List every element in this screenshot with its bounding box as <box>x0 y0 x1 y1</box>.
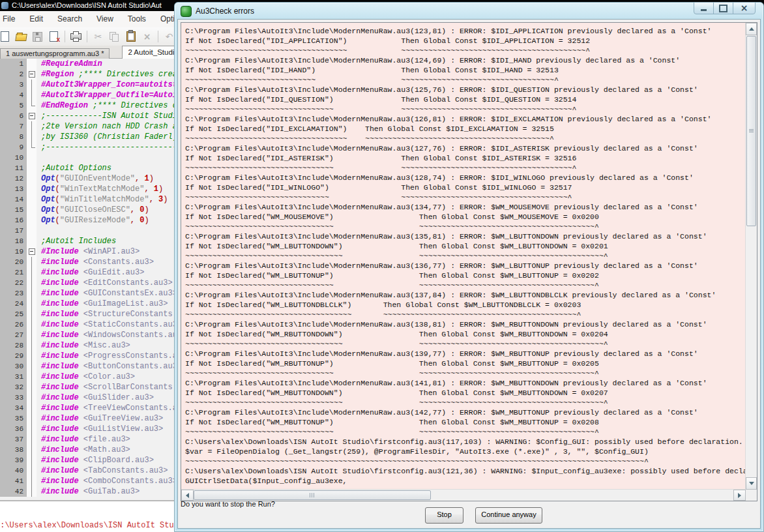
code-text: #include <GUIConstantsEx.au3> <box>37 288 177 299</box>
horizontal-scrollbar[interactable] <box>181 489 746 501</box>
copy-icon <box>109 31 120 42</box>
fold-margin <box>27 236 37 246</box>
fold-margin <box>27 434 37 445</box>
error-output-box[interactable]: C:\Program Files\AutoIt3\Include\ModernM… <box>181 22 757 501</box>
open-file-button[interactable] <box>13 29 29 44</box>
stop-button[interactable]: Stop <box>425 507 463 524</box>
scrollbar-grip <box>309 493 315 497</box>
fold-margin <box>27 319 37 330</box>
au3check-dialog: Au3Check errors × C:\Program Files\AutoI… <box>174 2 764 532</box>
code-text: Opt("WinTitleMatchMode", 3) <box>37 194 168 205</box>
continue-anyway-button[interactable]: Continue anyway <box>475 507 542 524</box>
close-button[interactable]: × <box>733 2 756 14</box>
dialog-title-text: Au3Check errors <box>196 7 254 16</box>
dialog-titlebar[interactable]: Au3Check errors <box>181 5 254 18</box>
menu-file[interactable]: File <box>0 11 22 27</box>
menu-view[interactable]: View <box>89 11 121 27</box>
fold-margin <box>27 351 37 361</box>
error-line: C:\Program Files\AutoIt3\Include\ModernM… <box>185 55 745 65</box>
open-file-icon <box>16 31 27 42</box>
code-text: #RequireAdmin <box>37 59 102 69</box>
line-number: 29 <box>0 351 27 361</box>
code-text: Opt("WinTextMatchMode", 1) <box>37 184 163 194</box>
error-line: ~~~~~~~~~~~~~~~~~~~~~~~~~~~~~~~~~ ~~~~~~… <box>185 222 745 231</box>
fold-collapse-icon[interactable] <box>27 111 37 121</box>
paste-button[interactable] <box>123 29 139 44</box>
fold-margin <box>27 403 37 413</box>
line-number: 35 <box>0 413 27 424</box>
code-text: ;Autoit Options <box>37 163 111 173</box>
line-number: 36 <box>0 424 27 434</box>
line-number: 22 <box>0 278 27 288</box>
tab-1[interactable]: 1 auswertungsprogramm.au3 * <box>0 48 110 59</box>
save-button <box>29 29 46 44</box>
code-text: #include <ButtonConstants.au3> <box>37 361 182 372</box>
scroll-right-button[interactable] <box>733 490 746 501</box>
fold-margin <box>27 194 37 205</box>
error-line: ~~~~~~~~~~~~~~~~~~~~~~~~~~~~~~~~~~~ ~~~~… <box>185 339 745 349</box>
close-file-button[interactable]: x <box>46 29 62 44</box>
menu-edit[interactable]: Edit <box>22 11 50 27</box>
copy-button <box>106 29 123 44</box>
code-text: ;by ISI360 (Christian Faderl) <box>37 132 177 142</box>
fold-margin <box>27 392 37 403</box>
new-file-button[interactable] <box>0 29 13 44</box>
horizontal-scrollbar-thumb[interactable] <box>194 490 431 500</box>
toolbar-separator <box>87 31 87 42</box>
code-text: #include <ProgressConstants.au3> <box>37 351 191 361</box>
print-button[interactable] <box>68 29 84 44</box>
delete-button: × <box>139 29 155 44</box>
code-text <box>37 153 41 163</box>
maximize-icon <box>719 5 727 12</box>
cut-icon: ✂ <box>93 31 104 42</box>
fold-margin <box>27 382 37 392</box>
fold-collapse-icon[interactable] <box>27 246 37 257</box>
line-number: 7 <box>0 121 27 132</box>
fold-margin <box>27 173 37 184</box>
line-number: 10 <box>0 153 27 163</box>
line-number: 13 <box>0 184 27 194</box>
fold-margin <box>27 372 37 382</box>
line-number: 19 <box>0 246 27 257</box>
fold-margin <box>27 132 37 142</box>
line-number: 28 <box>0 340 27 351</box>
error-line: C:\Program Files\AutoIt3\Include\ModernM… <box>185 202 745 212</box>
line-number: 25 <box>0 309 27 319</box>
maximize-button[interactable] <box>713 2 733 14</box>
minimize-button[interactable] <box>694 2 714 14</box>
window-controls: × <box>694 2 756 14</box>
error-line: C:\Users\alex\Downloads\ISN AutoIt Studi… <box>185 466 745 476</box>
line-number: 5 <box>0 100 27 111</box>
editor-title-text: C:\Users\alex\Downloads\ISN AutoIt Studi… <box>12 0 162 11</box>
vertical-scrollbar[interactable] <box>745 23 757 490</box>
code-text: #include <TreeViewConstants.au3> <box>37 403 191 413</box>
error-line: If Not IsDeclared("IDI_ASTERISK") Then G… <box>185 153 745 163</box>
scroll-down-button[interactable] <box>746 477 757 490</box>
print-icon <box>70 31 81 42</box>
dialog-client-area: C:\Program Files\AutoIt3\Include\ModernM… <box>177 19 761 529</box>
fold-collapse-icon[interactable] <box>27 69 37 80</box>
line-number: 12 <box>0 173 27 184</box>
scroll-up-button[interactable] <box>746 23 757 35</box>
error-line: C:\Program Files\AutoIt3\Include\ModernM… <box>185 173 745 183</box>
code-text: #include <ClipBoard.au3> <box>37 455 154 466</box>
line-number: 32 <box>0 382 27 392</box>
scroll-left-button[interactable] <box>181 490 194 501</box>
code-text: #include <Color.au3> <box>37 372 135 382</box>
error-line: If Not IsDeclared("WM_LBUTTONUP") Then G… <box>185 271 745 280</box>
error-line: C:\Program Files\AutoIt3\Include\ModernM… <box>185 407 745 417</box>
menu-search[interactable]: Search <box>50 11 89 27</box>
fold-margin <box>27 215 37 226</box>
error-line: If Not IsDeclared("WM_MBUTTONUP") Then G… <box>185 417 745 427</box>
arrow-down-icon <box>749 482 754 485</box>
error-line: C:\Program Files\AutoIt3\Include\ModernM… <box>185 290 745 300</box>
code-text: #include <GuiSlider.au3> <box>37 392 154 403</box>
menu-tools[interactable]: Tools <box>121 11 153 27</box>
vertical-scrollbar-thumb[interactable] <box>746 36 756 226</box>
error-line: C:\Program Files\AutoIt3\Include\ModernM… <box>185 261 745 271</box>
code-text: #include <ComboConstants.au3> <box>37 476 177 486</box>
fold-margin <box>27 413 37 424</box>
line-number: 2 <box>0 69 27 80</box>
error-line: ~~~~~~~~~~~~~~~~~~~~~~~~~~~~~~~~~ ~~~~~~… <box>185 163 745 173</box>
line-number: 37 <box>0 434 27 445</box>
